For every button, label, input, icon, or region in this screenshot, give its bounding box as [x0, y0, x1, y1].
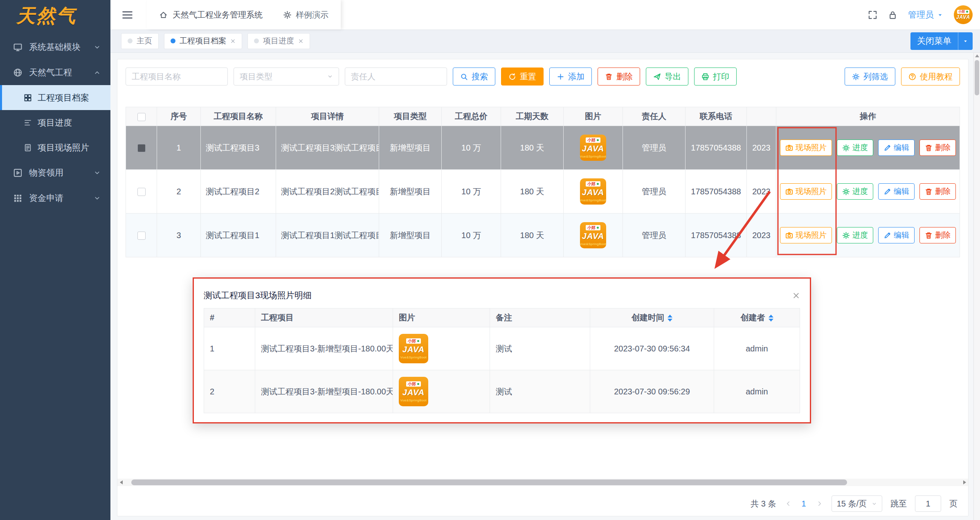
scrollbar-left-arrow[interactable] [117, 479, 125, 486]
topbar: 天然气工程业务管理系统 样例演示 管理员 小郑 JAVA Vue&SpringB… [110, 0, 980, 29]
scrollbar-right-arrow[interactable] [961, 479, 968, 486]
row-delete-button[interactable]: 删除 [919, 140, 956, 156]
jump-page-input[interactable] [915, 495, 941, 512]
column-index: 序号 [157, 107, 201, 126]
app-logo: 天然气 [0, 0, 110, 32]
scrollbar-up-arrow[interactable] [975, 54, 979, 57]
modal-row[interactable]: 2 测试工程项目3-新增型项目-180.00天 小郑 JAVA Vue&Spri… [204, 370, 800, 413]
lock-icon[interactable] [888, 10, 897, 20]
filter-project-type-select[interactable]: 项目类型 [234, 68, 339, 86]
checkbox-cell [126, 170, 157, 214]
page-size-select[interactable]: 15 条/页 [832, 495, 882, 512]
modal-row[interactable]: 1 测试工程项目3-新增型项目-180.00天 小郑 JAVA Vue&Spri… [204, 327, 800, 370]
home-icon[interactable] [159, 11, 168, 19]
close-menu-dropdown[interactable] [958, 32, 973, 50]
user-dropdown[interactable]: 管理员 [908, 9, 943, 20]
site-photos-button[interactable]: 现场照片 [780, 140, 832, 156]
progress-button[interactable]: 进度 [837, 140, 873, 156]
row-checkbox[interactable] [137, 144, 146, 152]
table-row[interactable]: 2 测试工程项目2 测试工程项目2测试工程项目... 新增型项目 10 万 18… [126, 170, 960, 214]
search-button[interactable]: 搜索 [453, 68, 495, 86]
scrollbar-track[interactable] [125, 479, 961, 486]
row-checkbox[interactable] [137, 232, 146, 240]
vertical-scrollbar[interactable] [973, 53, 980, 520]
site-photos-button[interactable]: 现场照片 [780, 183, 832, 200]
page-number-button[interactable]: 1 [800, 499, 808, 509]
column-filter-button[interactable]: 列筛选 [845, 68, 895, 86]
next-page-button[interactable] [816, 500, 823, 507]
tab-project-progress[interactable]: 项目进度 [247, 33, 310, 49]
apps-icon [13, 194, 22, 203]
sidebar-item-system-base[interactable]: 系统基础模块 [0, 34, 110, 60]
tabbar: 主页 工程项目档案 项目进度 关闭菜单 [110, 29, 980, 53]
sidebar-item-label: 物资领用 [29, 167, 63, 178]
close-menu-button[interactable]: 关闭菜单 [910, 32, 973, 50]
table-row[interactable]: 3 测试工程项目1 测试工程项目1测试工程项目... 新增型项目 10 万 18… [126, 214, 960, 257]
cell-index: 2 [157, 170, 201, 214]
scrollbar-thumb[interactable] [131, 479, 847, 485]
java-logo-mid: JAVA [582, 232, 604, 241]
tab-close-icon[interactable] [298, 38, 303, 44]
tutorial-button[interactable]: 使用教程 [901, 68, 960, 86]
sidebar-item-materials[interactable]: 物资领用 [0, 160, 110, 185]
java-logo-bottom: Vue&SpringBoot [400, 398, 427, 402]
row-checkbox[interactable] [137, 188, 146, 196]
table-row[interactable]: 1 测试工程项目3 测试工程项目3测试工程项目... 新增型项目 10 万 18… [126, 126, 960, 170]
modal-title: 测试工程项目3现场照片明细 [204, 290, 312, 301]
button-label: 搜索 [472, 71, 488, 82]
tab-home[interactable]: 主页 [121, 33, 159, 49]
site-photos-button[interactable]: 现场照片 [780, 227, 832, 243]
demo-menu-item[interactable]: 样例演示 [283, 9, 328, 20]
cell-project-detail: 测试工程项目2测试工程项目... [276, 170, 379, 214]
row-delete-button[interactable]: 删除 [919, 227, 956, 243]
sidebar-item-label: 资金申请 [29, 192, 63, 204]
reset-button[interactable]: 重置 [501, 68, 544, 86]
row-delete-button[interactable]: 删除 [919, 183, 956, 200]
filter-toolbar: 项目类型 搜索 重置 添加 删除 [126, 68, 960, 86]
avatar-brand-top: 小郑 [957, 10, 969, 14]
progress-button[interactable]: 进度 [837, 183, 873, 200]
tab-close-icon[interactable] [230, 38, 236, 44]
button-label: 编辑 [894, 186, 909, 197]
java-logo-bottom: Vue&SpringBoot [580, 242, 606, 246]
hamburger-menu-button[interactable] [110, 9, 144, 20]
filter-project-name-input[interactable] [126, 68, 228, 86]
select-all-checkbox[interactable] [137, 113, 146, 121]
scrollbar-thumb[interactable] [975, 60, 979, 95]
sort-icon[interactable] [668, 315, 672, 322]
camera-icon [785, 188, 793, 196]
edit-button[interactable]: 编辑 [878, 183, 915, 200]
export-button[interactable]: 导出 [646, 68, 688, 86]
page-size-value: 15 条/页 [837, 498, 867, 509]
edit-button[interactable]: 编辑 [878, 140, 915, 156]
avatar[interactable]: 小郑 JAVA Vue&SpringBoot [954, 5, 973, 24]
modal-close-icon[interactable] [792, 292, 800, 299]
tab-project-archive[interactable]: 工程项目档案 [164, 33, 242, 49]
button-label: 导出 [665, 71, 681, 82]
cell-duration-days: 180 天 [501, 170, 564, 214]
cell-hash: 1 [204, 327, 255, 370]
edit-icon [883, 144, 891, 152]
add-button[interactable]: 添加 [549, 68, 592, 86]
cell-date-truncated: 2023 [747, 126, 776, 170]
print-button[interactable]: 打印 [694, 68, 737, 86]
edit-button[interactable]: 编辑 [878, 227, 915, 243]
column-label: 创建时间 [632, 313, 664, 322]
sidebar-subitem-site-photos[interactable]: 项目现场照片 [0, 135, 110, 160]
sidebar-subitem-project-progress[interactable]: 项目进度 [0, 110, 110, 135]
column-note: 备注 [490, 308, 590, 327]
caret-down-icon [937, 12, 943, 18]
filter-owner-input[interactable] [345, 68, 447, 86]
chevron-up-icon [94, 69, 101, 76]
sort-icon[interactable] [769, 315, 773, 322]
prev-page-button[interactable] [784, 500, 792, 507]
horizontal-scrollbar[interactable] [117, 479, 968, 486]
delete-button[interactable]: 删除 [598, 68, 640, 86]
demo-label: 样例演示 [296, 9, 328, 20]
fullscreen-icon[interactable] [868, 10, 877, 20]
progress-button[interactable]: 进度 [837, 227, 873, 243]
sidebar-item-funds[interactable]: 资金申请 [0, 185, 110, 211]
sidebar-subitem-project-archive[interactable]: 工程项目档案 [0, 85, 110, 110]
sidebar-item-gas-engineering[interactable]: 天然气工程 [0, 60, 110, 85]
cell-hash: 2 [204, 370, 255, 413]
